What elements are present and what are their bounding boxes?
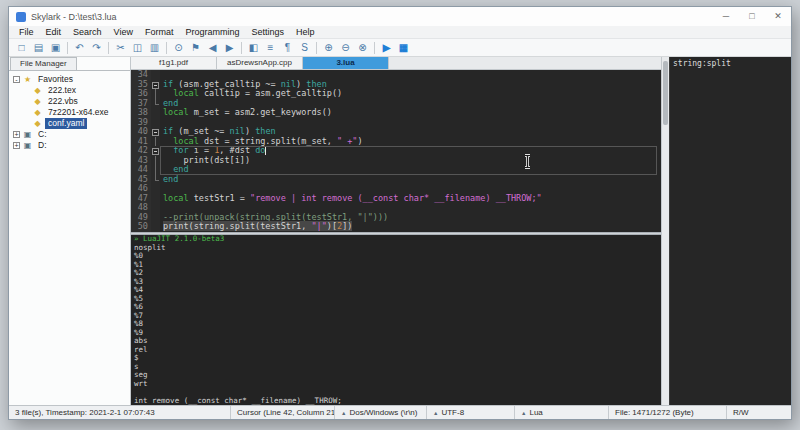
code-text-inner: end: [163, 164, 189, 174]
maximize-button[interactable]: □: [739, 7, 765, 26]
code-line[interactable]: 44 end: [131, 165, 661, 175]
code-text-inner: local m_set = asm2.get_keywords(): [163, 107, 332, 117]
expand-icon[interactable]: +: [13, 142, 20, 149]
console-line: %8: [134, 320, 661, 329]
prev-bookmark-button[interactable]: ◀: [204, 40, 221, 55]
code-text-inner: local calltip = asm.get_calltip(): [163, 88, 342, 98]
save-button[interactable]: ▣: [47, 40, 64, 55]
status-filesize: File: 1471/1272 (Byte): [609, 406, 727, 419]
tree-item-222-vbs[interactable]: ◆222.vbs: [9, 96, 130, 107]
zoom-out-button[interactable]: ⊖: [337, 40, 354, 55]
redo-button[interactable]: ↷: [88, 40, 105, 55]
code-line[interactable]: 38local m_set = asm2.get_keywords(): [131, 108, 661, 118]
script-button[interactable]: S: [296, 40, 313, 55]
code-text: print(dst[i]): [160, 156, 661, 166]
paste-button[interactable]: ▥: [146, 40, 163, 55]
title-bar[interactable]: Skylark - D:\test\3.lua ─ □ ✕: [9, 7, 791, 26]
token: [163, 164, 173, 174]
console-line: s: [134, 363, 661, 372]
console-line: %5: [134, 295, 661, 304]
menubar: FileEditSearchViewFormatProgrammingSetti…: [9, 26, 791, 39]
app-window: Skylark - D:\test\3.lua ─ □ ✕ FileEditSe…: [8, 6, 792, 420]
code-line[interactable]: 36 local calltip = asm.get_calltip(): [131, 89, 661, 99]
scrollbar-thumb[interactable]: [663, 61, 668, 125]
triangle-icon: ▲: [433, 410, 438, 416]
tab-3-lua[interactable]: 3.lua: [303, 57, 389, 69]
toolbar-separator: [241, 42, 242, 54]
fold-margin: [151, 108, 160, 118]
tree-item-favorites[interactable]: -★Favorites: [9, 74, 130, 85]
menu-settings[interactable]: Settings: [245, 26, 290, 39]
code-line[interactable]: 45end: [131, 175, 661, 185]
file-tree[interactable]: -★Favorites◆222.tex◆222.vbs◆7z2201-x64.e…: [9, 71, 130, 405]
tree-item-7z2201-x64-exe[interactable]: ◆7z2201-x64.exe: [9, 107, 130, 118]
code-line[interactable]: 43 print(dst[i]): [131, 156, 661, 166]
fold-margin: [151, 156, 160, 166]
fold-margin: [151, 89, 160, 99]
editor-column: f1g1.pdfasDrewsnApp.cpp3.lua 3435if (asm…: [131, 57, 661, 405]
fold-toggle-icon[interactable]: [151, 146, 160, 156]
output-console[interactable]: » LuaJIT 2.1.0-beta3nosplit%0%1%2%3%4%5%…: [131, 235, 661, 405]
undo-button[interactable]: ↶: [71, 40, 88, 55]
menu-search[interactable]: Search: [67, 26, 108, 39]
tree-item-c-[interactable]: +▣C:: [9, 129, 130, 140]
tree-item-222-tex[interactable]: ◆222.tex: [9, 85, 130, 96]
code-line[interactable]: 50print(string.split(testStr1, "|")[2]): [131, 222, 661, 232]
show-symbols-button[interactable]: ¶: [279, 40, 296, 55]
zoom-in-button[interactable]: ⊕: [320, 40, 337, 55]
code-editor[interactable]: 3435if (asm.get_calltip ~= nil) then36 l…: [131, 70, 661, 232]
tree-item-conf-yaml[interactable]: ◆conf.yaml: [9, 118, 130, 129]
drive-icon: ▣: [23, 141, 32, 150]
token: print(string.split(testStr1,: [163, 221, 311, 231]
tab-f1g1-pdf[interactable]: f1g1.pdf: [131, 57, 217, 69]
bookmark-button[interactable]: ⚑: [187, 40, 204, 55]
fold-toggle-icon[interactable]: [151, 127, 160, 137]
console-line: seg: [134, 371, 661, 380]
code-text: end: [160, 175, 661, 185]
split-view-button[interactable]: ◧: [245, 40, 262, 55]
fold-margin: [151, 165, 160, 175]
run-script-button[interactable]: ▶: [378, 40, 395, 55]
tree-item-d-[interactable]: +▣D:: [9, 140, 130, 151]
fold-margin: [151, 118, 160, 128]
code-text: local calltip = asm.get_calltip(): [160, 89, 661, 99]
expand-icon[interactable]: +: [13, 131, 20, 138]
token: local: [173, 88, 199, 98]
close-file-button[interactable]: ⊗: [354, 40, 371, 55]
menu-edit[interactable]: Edit: [40, 26, 68, 39]
word-wrap-button[interactable]: ≡: [262, 40, 279, 55]
file-manager-tab[interactable]: File Manager: [10, 57, 77, 70]
code-line[interactable]: 47local testStr1 = "remove | int remove …: [131, 194, 661, 204]
console-line: %2: [134, 269, 661, 278]
minimize-button[interactable]: ─: [713, 7, 739, 26]
fold-margin: [151, 175, 160, 185]
collapse-icon[interactable]: -: [13, 76, 20, 83]
code-text-inner: for i = 1, #dst do: [163, 145, 265, 155]
fold-toggle-icon[interactable]: [151, 80, 160, 90]
symbol-item[interactable]: string:split: [673, 59, 788, 69]
menu-help[interactable]: Help: [290, 26, 321, 39]
token: print(dst[i]): [163, 155, 250, 165]
code-text: end: [160, 165, 661, 175]
token: (m_set ~=: [173, 126, 229, 136]
code-text: local testStr1 = "remove | int remove (_…: [160, 194, 661, 204]
copy-button[interactable]: ◫: [129, 40, 146, 55]
token: ): [296, 79, 306, 89]
file-icon: ◆: [33, 97, 42, 106]
code-text: local m_set = asm2.get_keywords(): [160, 108, 661, 118]
editor-scrollbar[interactable]: [661, 57, 669, 405]
cut-button[interactable]: ✂: [112, 40, 129, 55]
menu-view[interactable]: View: [108, 26, 139, 39]
menu-file[interactable]: File: [13, 26, 40, 39]
menu-format[interactable]: Format: [139, 26, 180, 39]
menu-programming[interactable]: Programming: [179, 26, 245, 39]
file-icon: ◆: [33, 119, 42, 128]
open-folder-button[interactable]: ▤: [30, 40, 47, 55]
find-button[interactable]: ⊙: [170, 40, 187, 55]
new-file-button[interactable]: □: [13, 40, 30, 55]
next-bookmark-button[interactable]: ▶: [221, 40, 238, 55]
tab-asdrewsnapp-cpp[interactable]: asDrewsnApp.cpp: [217, 57, 303, 69]
close-button[interactable]: ✕: [765, 7, 791, 26]
result-panel-button[interactable]: ▦: [395, 40, 412, 55]
symbol-list-panel[interactable]: string:split: [669, 57, 791, 405]
